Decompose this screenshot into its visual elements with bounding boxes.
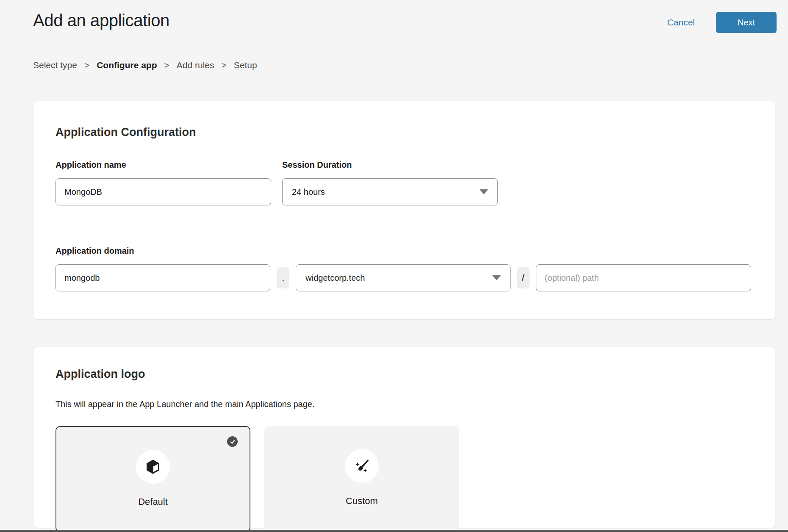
logo-option-default[interactable]: Default bbox=[55, 426, 250, 532]
application-name-field: Application name bbox=[55, 160, 271, 205]
application-domain-field: Application domain . widgetcorp.tech / bbox=[55, 246, 751, 291]
step-add-rules: Add rules bbox=[177, 60, 214, 70]
logo-option-label: Custom bbox=[346, 496, 378, 507]
application-logo-description: This will appear in the App Launcher and… bbox=[55, 399, 751, 409]
page-title: Add an application bbox=[33, 8, 169, 30]
step-configure-app: Configure app bbox=[97, 60, 157, 70]
logo-options: Default Custom bbox=[55, 426, 751, 532]
logo-option-custom[interactable]: Custom bbox=[264, 426, 459, 532]
custom-logo-circle bbox=[345, 449, 379, 483]
session-duration-value: 24 hours bbox=[292, 187, 325, 197]
header-actions: Cancel Next bbox=[667, 8, 777, 33]
session-duration-select[interactable]: 24 hours bbox=[282, 178, 498, 205]
application-name-label: Application name bbox=[55, 160, 271, 170]
session-duration-label: Session Duration bbox=[282, 160, 498, 170]
step-separator: > bbox=[164, 60, 169, 70]
domain-select[interactable]: widgetcorp.tech bbox=[296, 264, 510, 291]
subdomain-input[interactable] bbox=[55, 264, 270, 291]
default-logo-circle bbox=[136, 450, 170, 484]
chevron-down-icon bbox=[480, 189, 488, 194]
application-configuration-heading: Application Configuration bbox=[55, 126, 751, 139]
breadcrumb: Select type > Configure app > Add rules … bbox=[33, 60, 788, 70]
chevron-down-icon bbox=[492, 275, 501, 280]
paintbrush-icon bbox=[353, 457, 371, 475]
application-name-input[interactable] bbox=[55, 178, 271, 205]
domain-value: widgetcorp.tech bbox=[305, 273, 365, 283]
application-logo-card: Application logo This will appear in the… bbox=[33, 346, 775, 528]
check-icon bbox=[227, 436, 238, 447]
page-header: Add an application Cancel Next bbox=[0, 0, 788, 33]
logo-option-label: Default bbox=[138, 496, 168, 507]
application-configuration-card: Application Configuration Application na… bbox=[33, 101, 775, 320]
step-setup: Setup bbox=[234, 60, 257, 70]
bottom-edge-bar bbox=[0, 530, 788, 532]
cancel-button[interactable]: Cancel bbox=[667, 17, 695, 28]
step-separator: > bbox=[84, 60, 89, 70]
application-logo-heading: Application logo bbox=[55, 368, 751, 381]
path-input[interactable] bbox=[536, 264, 751, 291]
cube-icon bbox=[144, 458, 161, 475]
step-separator: > bbox=[221, 60, 226, 70]
slash-separator: / bbox=[517, 267, 530, 288]
next-button[interactable]: Next bbox=[716, 12, 777, 33]
step-select-type[interactable]: Select type bbox=[33, 60, 77, 70]
session-duration-field: Session Duration 24 hours bbox=[282, 160, 498, 205]
dot-separator: . bbox=[277, 267, 289, 288]
application-domain-label: Application domain bbox=[55, 246, 751, 256]
